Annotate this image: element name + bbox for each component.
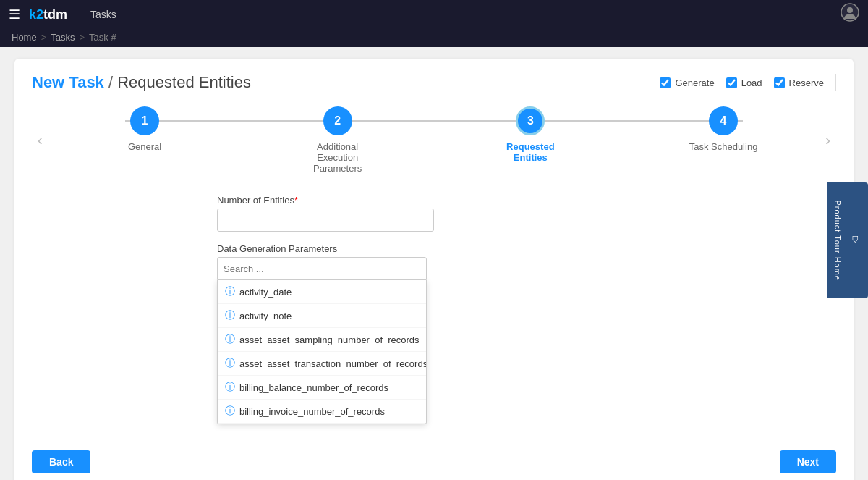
logo-tdm: tdm <box>43 7 67 22</box>
list-item[interactable]: ⓘ activity_note <box>218 304 426 328</box>
step-4-number: 4 <box>720 114 727 127</box>
title-new-task: New Task <box>32 73 104 91</box>
svg-point-1 <box>847 7 853 13</box>
step-1: 1 General <box>48 106 242 152</box>
title-section: Requested Entities <box>117 73 251 91</box>
reserve-checkbox[interactable] <box>774 77 785 88</box>
params-label: Data Generation Parameters <box>217 243 651 254</box>
step-2-circle[interactable]: 2 <box>323 106 352 135</box>
info-icon: ⓘ <box>225 309 235 322</box>
entities-form-group: Number of Entities* <box>217 195 651 232</box>
dropdown-list: ⓘ activity_date ⓘ activity_note ⓘ asset_… <box>217 280 427 424</box>
step-4: 4 Task Scheduling <box>627 106 820 152</box>
page-title: New Task / Requested Entities <box>32 73 251 92</box>
product-tour-label: Product Tour Home <box>833 200 842 281</box>
bottom-bar: Back Next <box>32 439 836 473</box>
step-3-number: 3 <box>527 114 534 127</box>
stepper-prev-arrow[interactable]: ‹ <box>32 132 48 148</box>
top-navigation: ☰ k2 tdm Tasks <box>0 0 868 29</box>
entities-input[interactable] <box>217 209 434 232</box>
step-2-number: 2 <box>334 114 341 127</box>
item-label: activity_date <box>239 287 292 298</box>
info-icon: ⓘ <box>225 381 235 394</box>
section-divider <box>32 180 836 180</box>
step-2: 2 Additional Execution Parameters <box>241 106 434 174</box>
step-1-number: 1 <box>142 114 148 127</box>
main-card: New Task / Requested Entities Generate L… <box>14 59 854 480</box>
title-separator: / <box>109 73 117 91</box>
load-label: Load <box>741 77 762 88</box>
step-3-circle[interactable]: 3 <box>516 106 545 135</box>
breadcrumb-sep-2: > <box>80 32 85 43</box>
main-wrapper: New Task / Requested Entities Generate L… <box>0 47 868 480</box>
step-4-circle[interactable]: 4 <box>709 106 738 135</box>
list-item[interactable]: ⓘ billing_invoice_number_of_records <box>218 400 426 424</box>
list-item[interactable]: ⓘ asset_asset_transaction_number_of_reco… <box>218 352 426 376</box>
item-label: asset_asset_sampling_number_of_records <box>239 334 420 345</box>
product-tour-sidebar[interactable]: ⌂ Product Tour Home <box>827 182 868 298</box>
hamburger-icon[interactable]: ☰ <box>9 7 20 22</box>
item-label: activity_note <box>239 311 292 321</box>
info-icon: ⓘ <box>225 333 235 346</box>
breadcrumb-home[interactable]: Home <box>12 32 37 43</box>
item-label: billing_balance_number_of_records <box>239 382 388 393</box>
step-2-label: Additional Execution Parameters <box>302 141 374 174</box>
load-checkbox-group: Load <box>726 77 762 88</box>
header-divider <box>835 74 836 91</box>
step-4-label: Task Scheduling <box>689 141 758 152</box>
info-icon: ⓘ <box>225 285 235 298</box>
params-form-group: Data Generation Parameters ⓘ activity_da… <box>217 243 651 424</box>
load-checkbox[interactable] <box>726 77 737 88</box>
header-actions: Generate Load Reserve <box>660 74 836 91</box>
breadcrumb-tasks[interactable]: Tasks <box>51 32 75 43</box>
reserve-label: Reserve <box>789 77 824 88</box>
item-label: billing_invoice_number_of_records <box>239 406 385 417</box>
step-1-circle[interactable]: 1 <box>130 106 159 135</box>
stepper: 1 General 2 Additional Execution Paramet… <box>48 106 820 174</box>
logo: k2 tdm <box>29 7 67 22</box>
list-item[interactable]: ⓘ asset_asset_sampling_number_of_records <box>218 328 426 352</box>
breadcrumb-sep-1: > <box>41 32 47 43</box>
stepper-next-arrow[interactable]: › <box>820 132 836 148</box>
generate-checkbox-group: Generate <box>660 77 714 88</box>
step-1-label: General <box>128 141 161 152</box>
stepper-navigation: ‹ 1 General 2 Additional Execution Param… <box>32 106 836 174</box>
params-dropdown: ⓘ activity_date ⓘ activity_note ⓘ asset_… <box>217 257 427 424</box>
product-tour-home-icon: ⌂ <box>849 234 862 246</box>
params-search-input[interactable] <box>217 257 427 280</box>
user-avatar-icon[interactable] <box>841 3 859 26</box>
info-icon: ⓘ <box>225 357 235 370</box>
form-section: Number of Entities* Data Generation Para… <box>217 195 651 424</box>
generate-checkbox[interactable] <box>660 77 671 88</box>
step-3: 3 Requested Entities <box>434 106 627 163</box>
list-item[interactable]: ⓘ billing_balance_number_of_records <box>218 376 426 400</box>
breadcrumb-current: Task # <box>89 32 116 43</box>
entities-label: Number of Entities* <box>217 195 651 206</box>
logo-k2: k2 <box>29 7 43 22</box>
page-header: New Task / Requested Entities Generate L… <box>32 73 836 92</box>
breadcrumb: Home > Tasks > Task # <box>0 29 868 47</box>
item-label: asset_asset_transaction_number_of_record… <box>239 358 427 369</box>
generate-label: Generate <box>675 77 714 88</box>
step-3-label: Requested Entities <box>494 141 566 163</box>
list-item[interactable]: ⓘ activity_date <box>218 280 426 304</box>
info-icon: ⓘ <box>225 405 235 418</box>
reserve-checkbox-group: Reserve <box>774 77 824 88</box>
next-button[interactable]: Next <box>780 450 836 473</box>
nav-tasks-link[interactable]: Tasks <box>90 9 116 20</box>
back-button[interactable]: Back <box>32 450 90 473</box>
